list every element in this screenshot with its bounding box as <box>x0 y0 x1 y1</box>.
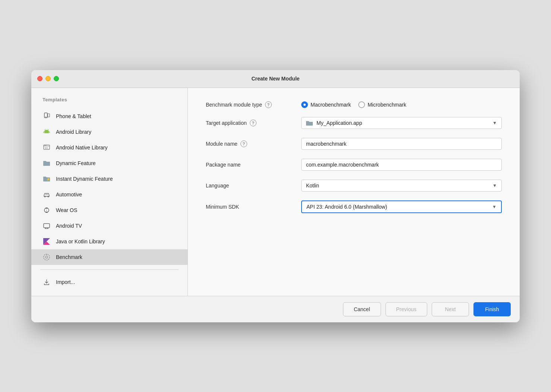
minimum-sdk-dropdown[interactable]: API 23: Android 6.0 (Marshmallow) ▼ <box>301 200 502 213</box>
language-chevron-icon: ▼ <box>492 183 497 188</box>
language-row: Language Kotlin ▼ <box>206 180 502 192</box>
sidebar-label-instant-dynamic: Instant Dynamic Feature <box>56 176 113 182</box>
svg-text:⚡: ⚡ <box>46 177 50 181</box>
microbenchmark-label: Microbenchmark <box>368 102 406 108</box>
sidebar-item-wear-os[interactable]: Wear OS <box>31 202 188 218</box>
target-app-help-icon[interactable]: ? <box>250 120 256 126</box>
package-name-input[interactable] <box>301 159 502 171</box>
minimum-sdk-row: Minimum SDK API 23: Android 6.0 (Marshma… <box>206 200 502 213</box>
sidebar-item-benchmark[interactable]: Benchmark <box>31 249 188 265</box>
window-title: Create New Module <box>251 76 299 82</box>
sidebar-bottom: Import... <box>31 274 188 290</box>
sidebar-item-kotlin-library[interactable]: Java or Kotlin Library <box>31 234 188 249</box>
tv-icon <box>42 222 51 230</box>
sidebar-label-android-native: Android Native Library <box>56 145 108 151</box>
module-name-help-icon[interactable]: ? <box>240 140 247 147</box>
svg-line-6 <box>49 132 50 133</box>
minimum-sdk-chevron-icon: ▼ <box>492 204 497 209</box>
module-name-row: Module name ? <box>206 138 502 150</box>
svg-point-11 <box>44 145 45 146</box>
sidebar: Templates Phone & Tablet <box>31 88 188 296</box>
phone-icon <box>42 112 51 120</box>
dialog-footer: Cancel Previous Next Finish <box>31 296 520 322</box>
svg-rect-2 <box>48 114 50 117</box>
watch-icon <box>42 206 51 214</box>
folder-small-icon <box>306 120 313 126</box>
native-icon: NDK <box>42 143 51 152</box>
close-button[interactable] <box>37 76 42 81</box>
dialog-window: Create New Module Templates Phone & Tabl… <box>31 70 520 322</box>
module-name-control <box>301 138 502 150</box>
minimize-button[interactable] <box>45 76 51 81</box>
sidebar-item-android-native[interactable]: NDK Android Native Library <box>31 140 188 155</box>
language-control: Kotlin ▼ <box>301 180 502 192</box>
sidebar-label-kotlin-library: Java or Kotlin Library <box>56 238 105 244</box>
language-label: Language <box>206 183 295 189</box>
macrobenchmark-option[interactable]: Macrobenchmark <box>301 101 351 108</box>
svg-line-5 <box>44 132 44 133</box>
svg-point-29 <box>45 256 48 258</box>
module-name-input[interactable] <box>301 138 502 150</box>
benchmark-icon <box>42 253 51 261</box>
svg-point-13 <box>46 145 47 146</box>
svg-text:NDK: NDK <box>45 147 48 149</box>
kotlin-icon <box>42 237 51 246</box>
sidebar-label-android-library: Android Library <box>56 129 91 135</box>
macrobenchmark-label: Macrobenchmark <box>311 102 351 108</box>
svg-rect-19 <box>46 208 48 209</box>
language-value: Kotlin <box>306 183 319 189</box>
sidebar-divider <box>40 269 179 270</box>
previous-button[interactable]: Previous <box>385 302 427 316</box>
sidebar-item-android-library[interactable]: Android Library <box>31 124 188 140</box>
target-app-chevron-icon: ▼ <box>492 120 497 126</box>
sidebar-label-dynamic-feature: Dynamic Feature <box>56 160 96 166</box>
benchmark-type-label: Benchmark module type ? <box>206 101 295 108</box>
svg-point-21 <box>46 210 47 211</box>
target-app-row: Target application ? My_Application.app … <box>206 117 502 129</box>
svg-point-12 <box>45 145 46 146</box>
sidebar-item-android-tv[interactable]: Android TV <box>31 218 188 234</box>
sidebar-label-benchmark: Benchmark <box>56 254 82 260</box>
finish-button[interactable]: Finish <box>473 302 511 316</box>
minimum-sdk-control: API 23: Android 6.0 (Marshmallow) ▼ <box>301 200 502 213</box>
sidebar-label-automotive: Automotive <box>56 192 82 197</box>
sidebar-item-import[interactable]: Import... <box>31 274 188 290</box>
target-app-dropdown[interactable]: My_Application.app ▼ <box>301 117 502 129</box>
benchmark-type-control: Macrobenchmark Microbenchmark <box>301 101 502 108</box>
target-app-label: Target application ? <box>206 120 295 126</box>
microbenchmark-radio[interactable] <box>358 101 365 108</box>
microbenchmark-option[interactable]: Microbenchmark <box>358 101 406 108</box>
sidebar-items: Phone & Tablet And <box>31 108 188 265</box>
benchmark-type-help-icon[interactable]: ? <box>265 101 272 108</box>
minimum-sdk-value: API 23: Android 6.0 (Marshmallow) <box>306 204 387 210</box>
sidebar-label-android-tv: Android TV <box>56 223 82 229</box>
minimum-sdk-label: Minimum SDK <box>206 204 295 210</box>
sidebar-label-phone-tablet: Phone & Tablet <box>56 113 91 119</box>
main-content: Templates Phone & Tablet <box>31 88 520 296</box>
benchmark-type-row: Benchmark module type ? Macrobenchmark M… <box>206 101 502 108</box>
maximize-button[interactable] <box>54 76 59 81</box>
car-icon <box>42 190 51 199</box>
package-name-label: Package name <box>206 162 295 168</box>
folder-icon <box>42 159 51 167</box>
package-name-control <box>301 159 502 171</box>
sidebar-item-dynamic-feature[interactable]: Dynamic Feature <box>31 155 188 171</box>
svg-line-7 <box>45 129 45 130</box>
titlebar: Create New Module <box>31 70 520 88</box>
language-dropdown[interactable]: Kotlin ▼ <box>301 180 502 192</box>
svg-rect-22 <box>44 224 50 228</box>
package-name-row: Package name <box>206 159 502 171</box>
macrobenchmark-radio[interactable] <box>301 101 308 108</box>
sidebar-title: Templates <box>31 97 188 108</box>
sidebar-item-phone-tablet[interactable]: Phone & Tablet <box>31 108 188 124</box>
import-icon <box>42 278 51 286</box>
main-panel: Benchmark module type ? Macrobenchmark M… <box>188 88 520 296</box>
cancel-button[interactable]: Cancel <box>343 302 381 316</box>
sidebar-label-import: Import... <box>56 279 75 285</box>
sidebar-item-automotive[interactable]: Automotive <box>31 187 188 202</box>
target-app-control: My_Application.app ▼ <box>301 117 502 129</box>
svg-line-8 <box>48 129 49 130</box>
next-button[interactable]: Next <box>432 302 469 316</box>
traffic-lights <box>37 76 59 81</box>
sidebar-item-instant-dynamic[interactable]: ⚡ Instant Dynamic Feature <box>31 171 188 187</box>
